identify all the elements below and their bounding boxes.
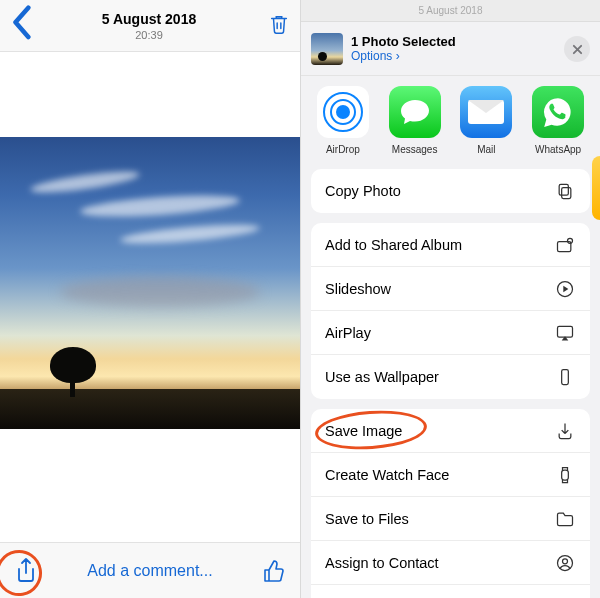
svg-rect-7 xyxy=(562,470,569,480)
share-options-link[interactable]: Options › xyxy=(351,49,456,63)
action-slideshow[interactable]: Slideshow xyxy=(311,267,590,311)
app-whatsapp[interactable]: WhatsApp xyxy=(526,86,590,155)
app-label: Messages xyxy=(383,144,447,155)
delete-button[interactable] xyxy=(266,12,290,40)
messages-icon xyxy=(389,86,441,138)
action-print[interactable]: Print xyxy=(311,585,590,598)
action-label: Add to Shared Album xyxy=(325,237,462,253)
background-header-peek: 5 August 2018 xyxy=(301,0,600,22)
download-icon xyxy=(554,420,576,442)
like-button[interactable] xyxy=(260,557,288,585)
action-save-to-files[interactable]: Save to Files xyxy=(311,497,590,541)
folder-icon xyxy=(554,508,576,530)
airdrop-icon xyxy=(317,86,369,138)
add-comment-button[interactable]: Add a comment... xyxy=(40,562,260,580)
action-label: Slideshow xyxy=(325,281,391,297)
svg-rect-5 xyxy=(558,326,573,337)
action-group-3: Save Image Create Watch Face Save to Fil… xyxy=(311,409,590,598)
action-label: Use as Wallpaper xyxy=(325,369,439,385)
action-copy-photo[interactable]: Copy Photo xyxy=(311,169,590,213)
photo-date-title: 5 August 2018 20:39 xyxy=(32,10,266,41)
photo-header: 5 August 2018 20:39 xyxy=(0,0,300,52)
photo-date: 5 August 2018 xyxy=(102,11,196,27)
app-airdrop[interactable]: AirDrop xyxy=(311,86,375,155)
svg-rect-1 xyxy=(559,184,568,195)
shared-album-icon xyxy=(554,234,576,256)
whatsapp-icon xyxy=(532,86,584,138)
action-label: Copy Photo xyxy=(325,183,401,199)
share-sheet: 5 August 2018 1 Photo Selected Options ›… xyxy=(301,0,600,598)
photo-image xyxy=(0,137,300,429)
app-mail[interactable]: Mail xyxy=(454,86,518,155)
share-actions-list[interactable]: Copy Photo Add to Shared Album Slideshow… xyxy=(301,163,600,598)
close-button[interactable] xyxy=(564,36,590,62)
share-sheet-title: 1 Photo Selected xyxy=(351,34,456,49)
action-group-2: Add to Shared Album Slideshow AirPlay Us… xyxy=(311,223,590,399)
action-label: Save Image xyxy=(325,423,402,439)
action-save-image[interactable]: Save Image xyxy=(311,409,590,453)
app-label: Mail xyxy=(454,144,518,155)
action-add-to-shared-album[interactable]: Add to Shared Album xyxy=(311,223,590,267)
action-create-watch-face[interactable]: Create Watch Face xyxy=(311,453,590,497)
play-circle-icon xyxy=(554,278,576,300)
copy-icon xyxy=(554,180,576,202)
photo-viewer[interactable] xyxy=(0,52,300,542)
back-button[interactable] xyxy=(10,4,32,48)
phone-icon xyxy=(554,366,576,388)
action-label: Assign to Contact xyxy=(325,555,439,571)
action-label: Create Watch Face xyxy=(325,467,449,483)
action-use-as-wallpaper[interactable]: Use as Wallpaper xyxy=(311,355,590,399)
contact-icon xyxy=(554,552,576,574)
photo-toolbar: Add a comment... xyxy=(0,542,300,598)
action-assign-to-contact[interactable]: Assign to Contact xyxy=(311,541,590,585)
airplay-icon xyxy=(554,322,576,344)
share-button[interactable] xyxy=(12,557,40,585)
svg-rect-0 xyxy=(562,188,571,199)
app-label: AirDrop xyxy=(311,144,375,155)
selected-photo-thumbnail[interactable] xyxy=(311,33,343,65)
action-group-1: Copy Photo xyxy=(311,169,590,213)
photo-detail-screen: 5 August 2018 20:39 xyxy=(0,0,301,598)
share-apps-row[interactable]: AirDrop Messages Mail WhatsApp xyxy=(301,76,600,163)
action-airplay[interactable]: AirPlay xyxy=(311,311,590,355)
watch-icon xyxy=(554,464,576,486)
svg-point-9 xyxy=(563,558,568,563)
action-label: Save to Files xyxy=(325,511,409,527)
app-messages[interactable]: Messages xyxy=(383,86,447,155)
mail-icon xyxy=(460,86,512,138)
photo-time: 20:39 xyxy=(32,29,266,41)
app-label: WhatsApp xyxy=(526,144,590,155)
svg-rect-6 xyxy=(562,370,569,385)
share-sheet-header: 1 Photo Selected Options › xyxy=(301,22,600,76)
action-label: AirPlay xyxy=(325,325,371,341)
app-notes-peek[interactable] xyxy=(592,156,600,220)
